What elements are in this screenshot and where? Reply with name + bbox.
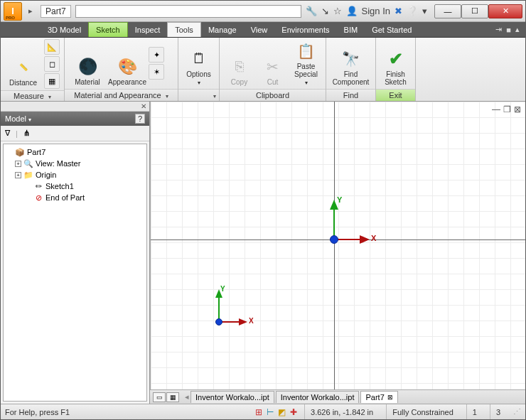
exchange-icon[interactable]: ✖ (394, 6, 402, 16)
status-coords: 3.626 in, -1.842 in (304, 404, 379, 419)
tab-tools[interactable]: Tools (167, 22, 201, 37)
help-dropdown-icon[interactable]: ▾ (422, 6, 427, 16)
measure-angle-icon[interactable]: 📐 (44, 39, 60, 55)
tab-3dmodel[interactable]: 3D Model (41, 22, 88, 37)
tab-collapse-icon[interactable]: ▴ (515, 25, 520, 34)
panel-find-title: Find (343, 91, 358, 99)
tree-sketch-label: Sketch1 (45, 182, 74, 190)
tab-close-icon[interactable]: ⊠ (387, 394, 393, 401)
options-icon: 🗒 (188, 48, 210, 70)
canvas-restore-icon[interactable]: ❐ (503, 104, 511, 114)
tree-sketch[interactable]: ✏ Sketch1 (5, 181, 145, 192)
tab-environments[interactable]: Environments (274, 22, 336, 37)
title-utilities: 🔧 ↘ ☆ 👤 Sign In ✖ ❔ ▾ (306, 6, 427, 16)
find-icon[interactable]: ⋔ (23, 129, 30, 138)
tree-origin[interactable]: + 📁 Origin (5, 169, 145, 181)
grid-icon[interactable]: ⊢ (267, 407, 274, 417)
measure-area-icon[interactable]: ▦ (44, 73, 60, 89)
tree-view[interactable]: + 🔍 View: Master (5, 158, 145, 169)
star-icon[interactable]: ☆ (333, 6, 342, 16)
status-resize-grip-icon[interactable]: ⋰ (513, 407, 521, 416)
material-button[interactable]: 🌑 Material (69, 39, 106, 87)
y-axis-label: Y (220, 285, 225, 293)
browser-header-label: Model (5, 114, 26, 123)
close-button[interactable]: ✕ (488, 4, 522, 18)
panel-exit-title: Exit (389, 91, 402, 99)
browser-help-icon[interactable]: ? (135, 114, 145, 124)
window-controls: — ☐ ✕ (434, 4, 522, 18)
canvas-minimize-icon[interactable]: — (492, 104, 500, 114)
dropdown-icon[interactable] (212, 91, 216, 99)
tab-overflow-icon[interactable]: ⇥ (495, 25, 502, 34)
user-icon[interactable]: 👤 (346, 6, 358, 16)
canvas-close-icon[interactable]: ⊠ (514, 104, 521, 114)
world-origin-point (330, 235, 338, 244)
model-browser: ✕ Model ▾ ? ∇ | ⋔ 📦 Part7 + 🔍 (1, 102, 150, 404)
snap-icon[interactable]: ⊞ (255, 407, 262, 417)
appearance-button[interactable]: 🎨 Appearance (109, 39, 146, 87)
find-component-button[interactable]: 🔭 Find Component (331, 39, 371, 87)
doc-tab-2[interactable]: Inventor Workalo...ipt (276, 391, 360, 403)
chevron-down-icon: ▾ (28, 117, 31, 123)
tab-scroll-left-icon[interactable]: ◂ (185, 392, 189, 402)
app-icon-sub: PRO (6, 16, 15, 20)
wrench-icon[interactable]: 🔧 (306, 6, 317, 16)
app-icon[interactable]: IPRO (4, 2, 22, 21)
qat-dropdown-icon[interactable]: ▸ (26, 5, 35, 18)
status-req-count: 3 (490, 404, 506, 419)
clear-appearance-icon[interactable]: ✶ (149, 64, 164, 80)
status-help-text: For Help, press F1 (5, 408, 70, 416)
adjust-appearance-icon[interactable]: ✦ (149, 47, 164, 63)
doc-tab-1[interactable]: Inventor Workalo...ipt (190, 391, 274, 403)
panel-exit: ✔ Finish Sketch Exit (376, 38, 416, 101)
expand-icon[interactable]: + (15, 161, 21, 167)
tab-bim[interactable]: BIM (337, 22, 365, 37)
tab-manage[interactable]: Manage (201, 22, 244, 37)
tabs-right-controls: ⇥ ■ ▴ (495, 22, 525, 37)
dropdown-icon[interactable] (47, 92, 51, 100)
doc-tab-2-label: Inventor Workalo...ipt (281, 393, 355, 402)
panel-clipboard-title: Clipboard (256, 91, 289, 99)
canvas-area: — ❐ ⊠ Y X (150, 102, 525, 404)
maximize-button[interactable]: ☐ (461, 4, 488, 18)
browser-close-icon[interactable]: ✕ (141, 102, 146, 110)
show-constraints-icon[interactable]: ✚ (290, 407, 297, 417)
measure-loop-icon[interactable]: ◻ (44, 56, 60, 72)
document-title: Part7 (41, 5, 71, 18)
tab-getstarted[interactable]: Get Started (365, 22, 419, 37)
expand-icon[interactable]: + (15, 172, 21, 178)
tree-end[interactable]: ⊘ End of Part (5, 192, 145, 203)
view-icon: 🔍 (23, 159, 33, 168)
finish-sketch-button[interactable]: ✔ Finish Sketch (380, 39, 411, 87)
tab-view[interactable]: View (244, 22, 275, 37)
tab-inspect[interactable]: Inspect (128, 22, 167, 37)
tree-end-label: End of Part (45, 193, 85, 202)
signin-link[interactable]: Sign In (362, 6, 390, 16)
distance-button[interactable]: 📏 Distance (5, 40, 41, 88)
model-tree[interactable]: 📦 Part7 + 🔍 View: Master + 📁 Origin ✏ Sk… (3, 144, 147, 402)
material-label: Material (75, 79, 100, 87)
doc-tab-3[interactable]: Part7⊠ (360, 391, 397, 403)
arrow-icon[interactable]: ↘ (321, 6, 329, 16)
clipboard-icon: 📋 (296, 41, 317, 62)
help-icon[interactable]: ❔ (407, 6, 418, 16)
panel-options: 🗒 Options ▾ (178, 38, 220, 101)
paste-special-button[interactable]: 📋 Paste Special ▾ (291, 39, 321, 87)
options-button[interactable]: 🗒 Options ▾ (183, 39, 215, 87)
filter-icon[interactable]: ∇ (5, 129, 10, 138)
tab-mode-single-icon[interactable]: ▭ (153, 392, 166, 402)
tree-root[interactable]: 📦 Part7 (5, 146, 145, 158)
cut-button: ✂ Cut (257, 39, 288, 87)
minimize-button[interactable]: — (434, 4, 461, 18)
browser-header[interactable]: Model ▾ ? (1, 112, 149, 126)
slice-icon[interactable]: ◩ (278, 407, 286, 417)
tab-bullet-icon[interactable]: ■ (506, 26, 511, 34)
dropdown-icon[interactable] (164, 91, 168, 99)
search-input[interactable] (75, 5, 301, 18)
color-wheel-icon: 🎨 (117, 56, 138, 77)
tab-sketch[interactable]: Sketch (88, 22, 128, 37)
checkmark-icon: ✔ (385, 48, 407, 70)
app-window: { "title": "Part7", "signin": "Sign In",… (0, 0, 526, 420)
tab-mode-tile-icon[interactable]: ▦ (166, 392, 179, 402)
sketch-canvas[interactable]: — ❐ ⊠ Y X (150, 102, 525, 389)
